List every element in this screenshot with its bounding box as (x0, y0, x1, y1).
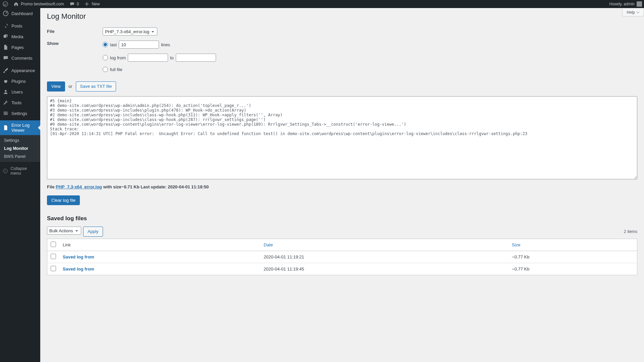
menu-label: Tools (11, 100, 21, 105)
select-all-checkbox[interactable] (51, 242, 56, 247)
saved-log-table: Link Date Size Saved log from 2020-04-01… (47, 239, 637, 275)
help-tab[interactable]: Help (622, 9, 644, 16)
submenu-log-monitor[interactable]: Log Monitor (0, 144, 40, 153)
svg-point-2 (5, 90, 6, 92)
saved-log-heading: Saved log files (47, 215, 637, 222)
user-icon (3, 89, 9, 95)
admin-bar: Promo bestwebsoft.com 0 New Howdy, admin (0, 0, 644, 8)
menu-posts[interactable]: Posts (0, 20, 40, 31)
label-show: Show (47, 38, 103, 78)
site-name: Promo bestwebsoft.com (21, 2, 64, 6)
last-lines-input[interactable] (119, 41, 159, 49)
range-from-input[interactable] (128, 54, 168, 62)
avatar[interactable] (637, 1, 642, 7)
row-link[interactable]: Saved log from (63, 254, 94, 259)
file-select[interactable]: PHP_7.3-x64_error.log (103, 27, 157, 36)
admin-sidebar: Dashboard Posts Media Pages Comments App… (0, 8, 40, 289)
sliders-icon (3, 110, 9, 116)
menu-label: Plugins (11, 79, 26, 84)
home-icon (13, 1, 19, 7)
page-title: Log Monitor (47, 8, 637, 25)
howdy-text[interactable]: Howdy, admin (609, 2, 635, 6)
or-text: or (68, 84, 72, 89)
new-content-link[interactable]: New (82, 0, 102, 8)
menu-label: Error Log Viewer (11, 123, 38, 133)
submenu: Settings Log Monitor BWS Panel (0, 135, 40, 162)
opt-last-suffix: lines (161, 42, 170, 47)
table-row: Saved log from 2020-04-01 11:19:21 ~0.77… (47, 251, 637, 263)
view-button[interactable]: View (47, 81, 65, 92)
row-checkbox[interactable] (51, 254, 56, 259)
log-content[interactable] (47, 96, 637, 179)
new-label: New (92, 2, 100, 6)
comment-icon (69, 1, 75, 7)
wordpress-icon (3, 1, 8, 7)
radio-last[interactable] (103, 42, 108, 47)
menu-label: Media (11, 34, 23, 39)
menu-dashboard[interactable]: Dashboard (0, 8, 40, 19)
row-size: ~0.77 Kb (508, 251, 637, 263)
col-size[interactable]: Size (508, 239, 637, 251)
opt-range-to: to (170, 55, 174, 60)
row-checkbox[interactable] (51, 266, 56, 271)
menu-error-log-viewer[interactable]: Error Log Viewer (0, 120, 40, 135)
chevron-down-icon (636, 11, 640, 14)
collapse-menu[interactable]: Collapse menu (0, 164, 40, 178)
file-icon (3, 125, 9, 131)
row-size: ~0.77 Kb (508, 263, 637, 275)
apply-button[interactable]: Apply (83, 227, 103, 237)
radio-range[interactable] (103, 55, 108, 60)
row-date: 2020-04-01 11:19:45 (260, 263, 508, 275)
submenu-settings[interactable]: Settings (0, 136, 40, 144)
range-to-input[interactable] (176, 54, 216, 62)
clear-log-button[interactable]: Clear log file (47, 195, 80, 205)
menu-label: Pages (11, 45, 24, 50)
opt-range-label: log from (110, 55, 126, 60)
svg-point-5 (5, 114, 6, 115)
menu-users[interactable]: Users (0, 86, 40, 97)
bulk-actions-select[interactable]: Bulk Actions (47, 227, 81, 235)
help-label: Help (627, 10, 635, 15)
brush-icon (3, 67, 9, 73)
file-info: File PHP_7.3-x64_error.log with size~0.7… (47, 184, 637, 189)
submenu-bws-panel[interactable]: BWS Panel (0, 153, 40, 161)
menu-comments[interactable]: Comments (0, 53, 40, 63)
media-icon (3, 34, 9, 40)
comments-link[interactable]: 0 (67, 0, 82, 8)
menu-appearance[interactable]: Appearance (0, 65, 40, 76)
menu-label: Users (11, 89, 23, 95)
menu-media[interactable]: Media (0, 31, 40, 42)
row-link[interactable]: Saved log from (63, 266, 94, 272)
save-txt-button[interactable]: Save as TXT file (76, 81, 116, 92)
col-link: Link (59, 239, 260, 251)
svg-point-4 (6, 113, 7, 114)
opt-full-label: full file (110, 67, 122, 72)
site-home-link[interactable]: Promo bestwebsoft.com (11, 0, 67, 8)
menu-pages[interactable]: Pages (0, 42, 40, 53)
page-icon (3, 44, 9, 50)
menu-label: Posts (11, 23, 22, 28)
comment-count: 0 (77, 2, 79, 6)
plug-icon (3, 78, 9, 84)
menu-label: Dashboard (11, 11, 33, 16)
wrench-icon (3, 100, 9, 106)
menu-label: Appearance (11, 68, 35, 73)
table-row: Saved log from 2020-04-01 11:19:45 ~0.77… (47, 263, 637, 275)
row-date: 2020-04-01 11:19:21 (260, 251, 508, 263)
collapse-icon (3, 168, 8, 174)
wp-logo[interactable] (0, 0, 11, 8)
file-info-link[interactable]: PHP_7.3-x64_error.log (56, 184, 102, 189)
menu-tools[interactable]: Tools (0, 97, 40, 108)
dashboard-icon (3, 10, 9, 16)
col-date[interactable]: Date (260, 239, 508, 251)
menu-plugins[interactable]: Plugins (0, 76, 40, 86)
svg-point-3 (4, 112, 5, 113)
items-count: 2 items (624, 229, 637, 234)
menu-label: Comments (11, 56, 33, 61)
menu-settings[interactable]: Settings (0, 108, 40, 119)
comment-icon (3, 55, 9, 61)
radio-full[interactable] (103, 67, 108, 72)
opt-last-label: last (110, 42, 117, 47)
menu-label: Settings (11, 111, 27, 116)
collapse-label: Collapse menu (10, 166, 38, 176)
